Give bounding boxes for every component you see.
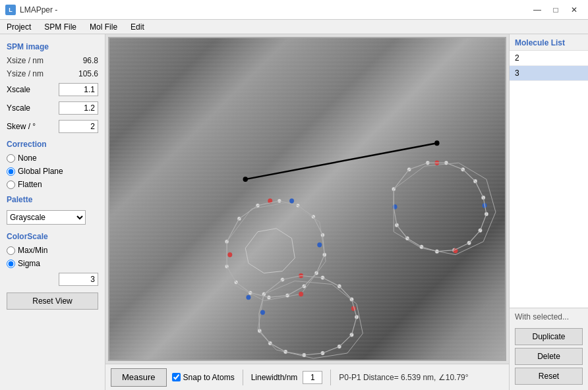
yscale-label: Yscale bbox=[7, 103, 30, 113]
correction-flatten-row: Flatten bbox=[7, 180, 98, 189]
colorscale-maxmin-label: Max/Min bbox=[18, 246, 47, 255]
svg-line-1 bbox=[245, 143, 437, 179]
correction-none-radio[interactable] bbox=[7, 154, 15, 163]
action-buttons: Duplicate Delete Reset bbox=[510, 325, 588, 390]
minimize-button[interactable]: — bbox=[529, 3, 546, 16]
svg-line-34 bbox=[316, 255, 324, 273]
svg-marker-5 bbox=[245, 229, 295, 273]
correction-flatten-radio[interactable] bbox=[7, 181, 15, 189]
ysize-value: 105.6 bbox=[78, 69, 98, 78]
correction-section-label: Correction bbox=[7, 140, 98, 149]
correction-flatten-label: Flatten bbox=[18, 180, 42, 189]
colorscale-sigma-row: Sigma bbox=[7, 259, 98, 268]
close-button[interactable]: ✕ bbox=[566, 3, 583, 16]
window-controls: — □ ✕ bbox=[529, 3, 583, 16]
xsize-row: Xsize / nm 96.8 bbox=[7, 55, 98, 66]
reset-button[interactable]: Reset bbox=[515, 368, 583, 385]
svg-line-31 bbox=[298, 206, 313, 217]
yscale-row: Yscale bbox=[7, 101, 98, 115]
molecule-list: 2 3 bbox=[510, 51, 588, 308]
svg-line-32 bbox=[313, 217, 322, 235]
svg-rect-0 bbox=[128, 51, 486, 347]
snap-checkbox-row: Snap to Atoms bbox=[172, 373, 235, 382]
svg-marker-78 bbox=[258, 281, 363, 358]
molecule-overlay bbox=[109, 38, 505, 360]
ysize-label: Ysize / nm bbox=[7, 69, 44, 78]
menu-edit[interactable]: Edit bbox=[124, 20, 151, 34]
correction-none-row: None bbox=[7, 153, 98, 163]
left-panel: SPM image Xsize / nm 96.8 Ysize / nm 105… bbox=[0, 34, 105, 390]
center-panel: Measure Snap to Atoms Linewidth/nm P0-P1… bbox=[105, 34, 509, 390]
svg-point-2 bbox=[243, 177, 249, 182]
svg-line-102 bbox=[352, 317, 357, 335]
xscale-input[interactable] bbox=[59, 83, 98, 96]
svg-marker-42 bbox=[394, 163, 496, 254]
svg-line-99 bbox=[322, 278, 339, 287]
correction-global-row: Global Plane bbox=[7, 167, 98, 176]
linewidth-input[interactable] bbox=[303, 371, 322, 384]
measure-button[interactable]: Measure bbox=[111, 368, 167, 387]
svg-line-28 bbox=[239, 206, 258, 219]
svg-line-39 bbox=[236, 282, 250, 292]
svg-line-70 bbox=[469, 231, 481, 243]
svg-point-3 bbox=[434, 140, 440, 146]
title-bar: L LMAPper - — □ ✕ bbox=[0, 0, 588, 20]
svg-line-105 bbox=[304, 353, 322, 355]
svg-line-73 bbox=[421, 247, 436, 252]
skew-input[interactable] bbox=[59, 120, 98, 133]
palette-select[interactable]: Grayscale Hot Jet Rainbow bbox=[7, 210, 86, 225]
colorscale-sigma-radio[interactable] bbox=[7, 260, 15, 268]
colorscale-section-label: ColorScale bbox=[7, 232, 98, 241]
image-area[interactable] bbox=[108, 37, 506, 361]
svg-line-72 bbox=[437, 250, 454, 252]
app-title: LMAPper - bbox=[20, 5, 529, 14]
colorscale-maxmin-radio[interactable] bbox=[7, 246, 15, 255]
skew-row: Skew / ° bbox=[7, 120, 98, 133]
distance-text: P0-P1 Distance= 6.539 nm, ∠10.79° bbox=[339, 373, 468, 382]
correction-global-label: Global Plane bbox=[18, 167, 63, 176]
xscale-row: Xscale bbox=[7, 83, 98, 96]
yscale-input[interactable] bbox=[59, 101, 98, 115]
with-selected-label: With selected... bbox=[510, 308, 588, 325]
correction-none-label: None bbox=[18, 153, 37, 163]
menu-spm-file[interactable]: SPM File bbox=[38, 20, 83, 34]
svg-point-26 bbox=[247, 295, 251, 300]
bottom-bar: Measure Snap to Atoms Linewidth/nm P0-P1… bbox=[105, 364, 509, 390]
svg-point-24 bbox=[317, 242, 322, 247]
svg-point-22 bbox=[289, 199, 294, 204]
sigma-input[interactable] bbox=[59, 273, 98, 286]
xsize-value: 96.8 bbox=[83, 56, 98, 65]
snap-checkbox[interactable] bbox=[172, 373, 181, 381]
correction-global-radio[interactable] bbox=[7, 167, 15, 176]
svg-line-100 bbox=[339, 286, 352, 299]
svg-line-96 bbox=[264, 279, 282, 294]
molecule-item-2[interactable]: 2 bbox=[510, 51, 588, 66]
reset-view-button[interactable]: Reset View bbox=[7, 292, 98, 310]
sigma-row bbox=[7, 273, 98, 286]
molecule-list-header: Molecule List bbox=[510, 34, 588, 51]
svg-line-76 bbox=[394, 208, 397, 225]
molecule-item-3[interactable]: 3 bbox=[510, 66, 588, 81]
main-layout: SPM image Xsize / nm 96.8 Ysize / nm 105… bbox=[0, 34, 588, 390]
svg-line-27 bbox=[227, 219, 239, 242]
svg-line-104 bbox=[322, 347, 339, 353]
svg-line-67 bbox=[475, 181, 483, 198]
separator-2 bbox=[330, 370, 331, 385]
menu-bar: Project SPM File Mol File Edit bbox=[0, 20, 588, 34]
colorscale-sigma-label: Sigma bbox=[18, 259, 40, 268]
svg-line-40 bbox=[227, 267, 236, 283]
menu-project[interactable]: Project bbox=[0, 20, 38, 34]
svg-line-74 bbox=[407, 238, 422, 247]
svg-line-108 bbox=[260, 331, 270, 343]
delete-button[interactable]: Delete bbox=[515, 348, 583, 365]
svg-line-97 bbox=[283, 276, 301, 280]
svg-line-106 bbox=[285, 352, 304, 355]
svg-line-69 bbox=[481, 214, 486, 231]
duplicate-button[interactable]: Duplicate bbox=[515, 328, 583, 345]
maximize-button[interactable]: □ bbox=[547, 3, 564, 16]
spm-section-label: SPM image bbox=[7, 42, 98, 51]
menu-mol-file[interactable]: Mol File bbox=[83, 20, 124, 34]
xsize-label: Xsize / nm bbox=[7, 56, 44, 65]
svg-line-35 bbox=[304, 273, 316, 287]
xscale-label: Xscale bbox=[7, 85, 30, 94]
